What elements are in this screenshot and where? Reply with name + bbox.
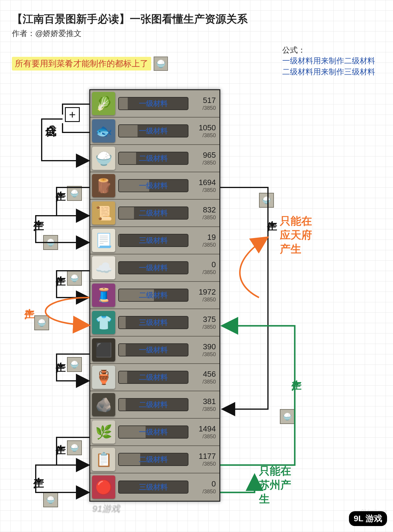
resource-bar: 二级材料 <box>118 206 188 220</box>
resource-numbers: 832 /3850 <box>191 205 216 221</box>
resource-icon: 🍚 <box>92 147 115 170</box>
resource-max: /3850 <box>191 187 216 193</box>
resource-level: 二级材料 <box>139 290 168 300</box>
label-yingtian: 只能在应天府产生 <box>280 214 322 256</box>
dish-icon-sm-r2: 🍚 <box>280 409 295 424</box>
resource-level: 二级材料 <box>139 373 168 382</box>
resource-table: 🥬 一级材料 517 /3850 🐟 一级材料 1050 /3850 🍚 二级材… <box>89 89 220 502</box>
resource-max: /3850 <box>191 215 216 221</box>
label-suzhou: 只能在苏州产生 <box>259 464 295 506</box>
resource-row-图纸: 📃 三级材料 19 /3850 <box>90 227 219 254</box>
resource-bar: 一级材料 <box>118 179 188 192</box>
dish-icon: 🍚 <box>154 57 168 71</box>
resource-icon: 🪨 <box>92 393 115 416</box>
dish-icon-sm-7: 🍚 <box>43 492 58 507</box>
resource-max: /3850 <box>191 351 216 358</box>
plus-box: + <box>65 107 80 122</box>
resource-row-丹丸: 🔴 三级材料 0 /3850 <box>90 473 219 501</box>
resource-icon: 👕 <box>92 311 115 334</box>
note-highlight: 所有要用到菜肴才能制作的都标上了 <box>12 57 151 71</box>
resource-numbers: 1177 /3850 <box>191 452 216 467</box>
content: 【江南百景图新手必读】一张图看懂生产资源关系 作者：@娇娇爱推文 所有要用到菜肴… <box>0 0 393 83</box>
resource-numbers: 456 /3850 <box>191 370 216 385</box>
resource-max: /3850 <box>191 461 216 467</box>
note-row: 所有要用到菜肴才能制作的都标上了 🍚 <box>12 57 381 71</box>
resource-max: /3850 <box>191 242 216 248</box>
resource-icon: 📜 <box>92 201 115 225</box>
resource-numbers: 1972 /3850 <box>191 287 216 303</box>
resource-row-瓷器: 🏺 二级材料 456 /3850 <box>90 364 219 391</box>
resource-row-成衣: 👕 三级材料 375 /3850 <box>90 309 219 337</box>
resource-bar: 三级材料 <box>118 316 188 329</box>
resource-max: /3850 <box>191 324 216 330</box>
resource-level: 一级材料 <box>139 181 168 190</box>
page-title: 【江南百景图新手必读】一张图看懂生产资源关系 <box>12 12 381 26</box>
resource-max: /3850 <box>191 406 216 412</box>
resource-max: /3850 <box>191 434 216 440</box>
resource-row-蔬菜: 🥬 一级材料 517 /3850 <box>90 90 219 118</box>
resource-current: 1972 <box>191 287 216 297</box>
resource-max: /3850 <box>191 160 216 166</box>
resource-row-棉花: ☁️ 一级材料 0 /3850 <box>90 254 219 282</box>
resource-level: 三级材料 <box>139 318 168 327</box>
resource-level: 一级材料 <box>139 99 168 108</box>
resource-max: /3850 <box>191 269 216 276</box>
resource-current: 965 <box>191 151 216 160</box>
resource-current: 1050 <box>191 123 216 132</box>
watermark-small: 91游戏 <box>92 503 120 515</box>
resource-icon: 📋 <box>92 448 115 471</box>
resource-numbers: 1494 /3850 <box>191 424 216 440</box>
resource-current: 390 <box>191 342 216 351</box>
resource-row-膏药: 📋 二级材料 1177 /3850 <box>90 446 219 473</box>
resource-level: 一级材料 <box>139 263 168 273</box>
resource-row-原木: 🪵 一级材料 1694 /3850 <box>90 172 219 200</box>
resource-level: 三级材料 <box>139 236 168 245</box>
resource-bar: 一级材料 <box>118 124 188 137</box>
dish-icon-sm-1: 🍚 <box>67 186 82 201</box>
resource-row-原矿: ⬛ 一级材料 390 /3850 <box>90 337 219 364</box>
resource-bar: 一级材料 <box>118 261 188 274</box>
resource-level: 一级材料 <box>139 345 168 355</box>
resource-row-鱼肉: 🐟 一级材料 1050 /3850 <box>90 118 219 145</box>
resource-icon: 🌿 <box>92 420 115 444</box>
resource-bar: 一级材料 <box>118 343 188 356</box>
dish-icon-sm-5: 🍚 <box>67 357 82 372</box>
resource-bar: 二级材料 <box>118 453 188 466</box>
resource-max: /3850 <box>191 105 216 111</box>
resource-level: 一级材料 <box>139 427 168 437</box>
resource-current: 0 <box>191 479 216 489</box>
resource-bar: 一级材料 <box>118 425 188 439</box>
author: 作者：@娇娇爱推文 <box>12 28 381 39</box>
resource-current: 1694 <box>191 178 216 187</box>
resource-numbers: 381 /3850 <box>191 397 216 412</box>
resource-numbers: 19 /3850 <box>191 233 216 248</box>
resource-bar: 二级材料 <box>118 398 188 411</box>
resource-bar: 三级材料 <box>118 481 188 494</box>
resource-row-布匹: 🧵 二级材料 1972 /3850 <box>90 282 219 309</box>
dish-icon-sm-6: 🍚 <box>67 440 82 455</box>
dish-icon-sm-4: 🍚 <box>34 315 49 330</box>
resource-numbers: 0 /3850 <box>191 479 216 495</box>
resource-max: /3850 <box>191 379 216 385</box>
resource-row-菜肴: 🍚 二级材料 965 /3850 <box>90 145 219 172</box>
resource-level: 一级材料 <box>139 126 168 136</box>
resource-current: 517 <box>191 96 216 105</box>
resource-icon: 🐟 <box>92 119 115 143</box>
resource-current: 456 <box>191 370 216 379</box>
resource-row-草药: 🌿 一级材料 1494 /3850 <box>90 419 219 446</box>
resource-numbers: 375 /3850 <box>191 315 216 330</box>
resource-bar: 三级材料 <box>118 234 188 247</box>
resource-icon: 🥬 <box>92 92 115 115</box>
resource-max: /3850 <box>191 132 216 139</box>
resource-numbers: 0 /3850 <box>191 260 216 276</box>
resource-current: 381 <box>191 397 216 406</box>
dish-icon-sm-3: 🍚 <box>67 271 82 286</box>
resource-current: 1177 <box>191 452 216 461</box>
resource-icon: 📃 <box>92 229 115 252</box>
resource-max: /3850 <box>191 489 216 495</box>
resource-numbers: 390 /3850 <box>191 342 216 358</box>
watermark-logo: 9L 游戏 <box>349 511 387 526</box>
resource-level: 二级材料 <box>139 154 168 163</box>
resource-level: 三级材料 <box>139 482 168 492</box>
resource-icon: 🏺 <box>92 366 115 389</box>
